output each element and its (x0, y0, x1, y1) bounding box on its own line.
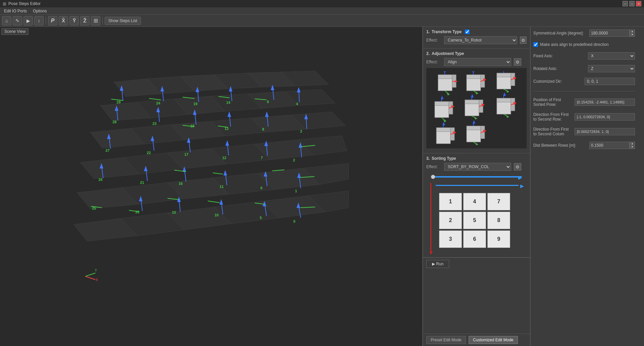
dist-rows-spin[interactable]: ▲ ▼ (630, 142, 635, 149)
scene-view: Scene View (0, 27, 423, 346)
grid-cell-9[interactable]: 9 (487, 230, 510, 248)
transform-effect-select[interactable]: Camera_To_Robot (444, 36, 517, 44)
svg-marker-155 (446, 92, 450, 95)
svg-text:29: 29 (117, 100, 121, 104)
sort-down-arrow-icon: ▼ (428, 250, 434, 256)
rotated-axis-select[interactable]: X Y Z (588, 65, 635, 72)
sorting-gear-button[interactable]: ⚙ (514, 163, 521, 170)
move-button[interactable]: ↕ (34, 16, 44, 25)
sorting-slider-area: ▶ (426, 172, 527, 182)
p-button[interactable]: P (48, 16, 57, 25)
grid-cell-1[interactable]: 1 (439, 193, 462, 210)
z-button[interactable]: Z̄ (80, 16, 90, 25)
settings-panel: 1. Transform Type Effect: Camera_To_Robo… (423, 27, 530, 346)
y-button[interactable]: Ȳ (69, 16, 79, 25)
make-axis-align-checkbox[interactable] (533, 42, 538, 47)
show-steps-list-button[interactable]: Show Steps List (105, 17, 141, 25)
grid-cell-2[interactable]: 2 (439, 212, 462, 229)
transform-number: 1. (426, 29, 430, 34)
dist-rows-input[interactable]: 0.1500 (589, 142, 630, 149)
slider-thumb[interactable] (431, 175, 435, 179)
adjustment-gear-button[interactable]: ⚙ (514, 58, 521, 66)
svg-text:2: 2 (293, 158, 295, 162)
bottom-bar: Preset Edit Mode Customized Edit Mode (423, 334, 530, 346)
symmetrical-angle-row: Symmetrical Angle [degree]: 180.0000 ▲ ▼ (533, 29, 635, 37)
grid-cell-3[interactable]: 3 (439, 230, 462, 248)
svg-rect-201 (436, 131, 450, 144)
svg-text:12: 12 (222, 156, 226, 160)
transform-effect-row: Effect: Camera_To_Robot ⚙ (426, 36, 527, 44)
x-button[interactable]: X̄ (59, 16, 68, 25)
svg-marker-200 (506, 115, 509, 118)
svg-line-168 (503, 71, 504, 73)
grid-cell-7[interactable]: 7 (487, 193, 510, 210)
scene-svg: 0 1 2 3 4 5 6 7 8 9 10 11 12 13 14 15 16 (0, 27, 422, 346)
svg-marker-182 (443, 119, 446, 122)
fixed-axis-label: Fixed Axis: (533, 54, 585, 58)
grid-cell-4[interactable]: 4 (463, 193, 486, 210)
position-first-pose-row: Position of First Sorted Pose: [0.154259… (533, 97, 635, 107)
svg-rect-193 (497, 98, 511, 102)
svg-text:26: 26 (99, 178, 103, 182)
title-bar-left: ⊞ Pose Steps Editor (3, 1, 41, 6)
sort-red-line (430, 183, 431, 253)
adjustment-section: 2. Adjustment Type Effect: Align ⚙ (423, 49, 530, 153)
title-bar-title: Pose Steps Editor (8, 1, 41, 6)
play-button[interactable]: ▶ (23, 16, 33, 25)
symmetrical-angle-input[interactable]: 180.0000 (589, 29, 630, 37)
toolbar-separator (46, 17, 46, 25)
grid-cell-8[interactable]: 8 (487, 212, 510, 229)
slider-track (432, 176, 522, 178)
grid-cell-5[interactable]: 5 (463, 212, 486, 229)
customized-dir-label: Customized Dir: (533, 79, 582, 84)
svg-marker-173 (506, 90, 509, 93)
preset-edit-mode-tab[interactable]: Preset Edit Mode (426, 336, 466, 344)
minimize-button[interactable]: ─ (623, 1, 628, 6)
svg-rect-157 (467, 75, 481, 79)
menu-options[interactable]: Options (30, 8, 49, 14)
dist-rows-label: Dist Between Rows [m]: (533, 143, 587, 148)
run-button[interactable]: ▶ Run (426, 260, 449, 268)
customized-edit-mode-tab[interactable]: Customized Edit Mode (469, 336, 518, 344)
svg-text:22: 22 (147, 151, 151, 155)
sort-right-arrow-icon: ▶ (520, 183, 524, 189)
sorting-effect-select[interactable]: SORT_BY_ROW_COL (444, 163, 511, 171)
scene-canvas[interactable]: 0 1 2 3 4 5 6 7 8 9 10 11 12 13 14 15 16 (0, 27, 422, 346)
svg-line-154 (445, 91, 449, 94)
symmetrical-angle-spin[interactable]: ▲ ▼ (630, 29, 635, 37)
svg-text:3: 3 (300, 129, 302, 133)
close-button[interactable]: ✕ (636, 1, 641, 6)
main-layout: Scene View (0, 27, 644, 346)
svg-text:6: 6 (261, 186, 263, 190)
slider-container[interactable]: ▶ (430, 174, 523, 180)
svg-text:25: 25 (92, 206, 96, 210)
transform-title: Transform Type (432, 29, 462, 34)
grid-cell-6[interactable]: 6 (463, 230, 486, 248)
svg-marker-151 (444, 71, 446, 72)
grid-button[interactable]: ⊞ (91, 16, 100, 25)
adjustment-header: 2. Adjustment Type (426, 51, 527, 56)
make-axis-align-row: Make axis align to predefined direction (533, 42, 635, 47)
svg-rect-202 (436, 128, 450, 132)
svg-marker-160 (472, 71, 474, 72)
home-button[interactable]: ⌂ (2, 16, 11, 25)
restore-button[interactable]: □ (629, 1, 635, 6)
transform-checkbox[interactable] (465, 29, 470, 34)
dir-first-second-col-value: [0.000272834, 1, 0] (575, 128, 635, 135)
svg-text:27: 27 (106, 148, 110, 152)
sort-grid-container: ▼ ▶ 1 4 7 (426, 182, 527, 255)
svg-text:0: 0 (293, 219, 296, 223)
svg-line-181 (441, 118, 446, 121)
adjustment-effect-select[interactable]: Align (444, 58, 511, 66)
svg-text:28: 28 (113, 120, 117, 124)
fixed-axis-select[interactable]: X Y Z (588, 52, 635, 60)
symmetrical-angle-label: Symmetrical Angle [degree]: (533, 31, 587, 36)
menu-edit-io-ports[interactable]: Edit IO Ports (1, 8, 30, 14)
transform-gear-button[interactable]: ⚙ (520, 37, 527, 44)
sorting-section: 3. Sorting Type Effect: SORT_BY_ROW_COL … (423, 153, 530, 258)
edit-button[interactable]: ✎ (13, 16, 22, 25)
rotated-axis-row: Rotated Axis: X Y Z (533, 65, 635, 72)
svg-text:8: 8 (262, 127, 264, 131)
slider-arrow-right: ▶ (518, 175, 522, 180)
transform-header: 1. Transform Type (426, 29, 527, 34)
